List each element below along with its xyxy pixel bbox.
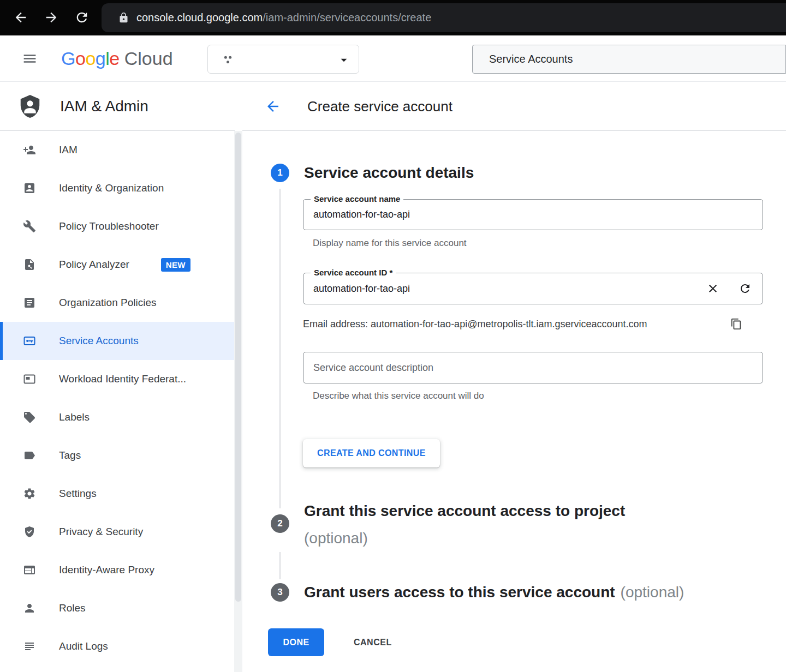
sidebar-item-label: Identity-Aware Proxy (59, 564, 154, 576)
address-bar[interactable]: console.cloud.google.com/iam-admin/servi… (102, 3, 786, 32)
browser-forward-icon[interactable] (44, 10, 59, 25)
sidebar-item-label: Identity & Organization (59, 182, 164, 194)
menu-icon[interactable] (22, 51, 38, 67)
sidebar-item-settings[interactable]: Settings (0, 475, 234, 513)
step-connector-line (279, 189, 281, 508)
step-3-heading-text: Grant users access to this service accou… (304, 584, 615, 601)
sidebar-item-policy-analyzer[interactable]: Policy Analyzer NEW (0, 245, 234, 284)
sidebar-item-service-accounts[interactable]: Service Accounts (0, 322, 234, 360)
wrench-icon (23, 220, 36, 233)
service-account-name-field: Service account name (303, 199, 763, 230)
sidebar-item-label: Policy Troubleshooter (59, 220, 159, 232)
policy-analyzer-icon (23, 258, 36, 271)
proxy-icon (23, 563, 36, 577)
workload-identity-icon (23, 373, 36, 386)
browser-toolbar: console.cloud.google.com/iam-admin/servi… (0, 0, 786, 35)
chevron-down-icon (337, 53, 351, 67)
sidebar-item-label: Roles (59, 602, 86, 614)
person-add-icon (23, 143, 36, 157)
gear-icon (23, 487, 36, 500)
search-input[interactable]: Service Accounts (472, 45, 786, 74)
person-icon (23, 602, 36, 615)
sidebar-item-labels[interactable]: Labels (0, 398, 234, 436)
sidebar-item-organization-policies[interactable]: Organization Policies (0, 284, 234, 322)
done-button[interactable]: DONE (268, 628, 324, 656)
sidebar-item-workload-identity-federation[interactable]: Workload Identity Federat... (0, 360, 234, 398)
list-lines-icon (23, 640, 36, 653)
page-title: Create service account (307, 82, 452, 131)
step-3-indicator: 3 (271, 583, 289, 602)
lock-icon (118, 12, 129, 23)
sidebar-item-label: Service Accounts (59, 335, 139, 347)
document-list-icon (23, 296, 36, 309)
service-account-id-field: Service account ID * (303, 273, 763, 304)
project-selector[interactable] (207, 45, 359, 74)
field-label: Service account ID * (311, 267, 396, 278)
regenerate-icon[interactable] (739, 282, 752, 295)
screen: console.cloud.google.com/iam-admin/servi… (0, 0, 786, 672)
name-helper-text: Display name for this service account (313, 238, 467, 249)
sidebar-item-iam[interactable]: IAM (0, 131, 234, 169)
create-and-continue-button[interactable]: CREATE AND CONTINUE (303, 439, 440, 467)
sidebar-item-label: Privacy & Security (59, 526, 143, 538)
form-actions: DONE CANCEL (268, 628, 397, 656)
step-2-optional-text: (optional) (304, 525, 625, 552)
step-1-indicator: 1 (271, 164, 289, 182)
logo-letter: l (105, 48, 109, 69)
sidebar-title: IAM & Admin (60, 98, 148, 115)
url-text: console.cloud.google.com/iam-admin/servi… (136, 3, 431, 32)
sidebar-item-identity-aware-proxy[interactable]: Identity-Aware Proxy (0, 551, 234, 589)
shield-check-icon (23, 525, 36, 538)
step-connector-line (279, 552, 281, 579)
google-cloud-logo[interactable]: Google Cloud (61, 35, 173, 82)
step-2-heading-text: Grant this service account access to pro… (304, 497, 625, 525)
sidebar-header: IAM & Admin (0, 82, 235, 131)
label-icon (23, 411, 36, 424)
sidebar-item-privacy-security[interactable]: Privacy & Security (0, 513, 234, 551)
back-arrow-icon[interactable] (265, 98, 281, 115)
logo-letter: g (96, 48, 105, 69)
sidebar-item-tags[interactable]: Tags (0, 436, 234, 475)
service-account-description-input[interactable] (303, 352, 763, 383)
logo-letter: o (75, 48, 85, 69)
search-value: Service Accounts (473, 45, 785, 73)
sidebar-item-label: IAM (59, 144, 78, 156)
sidebar-scrollbar (234, 131, 242, 672)
sidebar-item-identity-organization[interactable]: Identity & Organization (0, 169, 234, 207)
email-address-text: Email address: automation-for-tao-api@me… (303, 319, 647, 330)
service-account-icon (23, 334, 36, 347)
email-address-row: Email address: automation-for-tao-api@me… (303, 318, 764, 330)
logo-letter: G (61, 48, 75, 69)
page-header: Create service account (242, 82, 786, 131)
sidebar-item-audit-logs[interactable]: Audit Logs (0, 627, 234, 665)
step-2-indicator: 2 (271, 514, 289, 533)
step-2-heading: Grant this service account access to pro… (304, 497, 625, 552)
copy-icon[interactable] (730, 318, 742, 330)
browser-back-icon[interactable] (13, 10, 28, 25)
sidebar-item-label: Tags (59, 449, 81, 461)
sidebar-item-roles[interactable]: Roles (0, 589, 234, 627)
logo-letter: e (109, 48, 119, 69)
sidebar-item-label: Organization Policies (59, 297, 156, 309)
main-content: Create service account 1 Service account… (242, 82, 786, 672)
sidebar-item-label: Settings (59, 488, 97, 500)
logo-letter: o (85, 48, 95, 69)
sidebar-item-label: Labels (59, 411, 90, 423)
url-path: /iam-admin/serviceaccounts/create (263, 11, 431, 23)
step-1-heading: Service account details (304, 164, 474, 182)
identity-icon (23, 182, 36, 195)
sidebar-item-policy-troubleshooter[interactable]: Policy Troubleshooter (0, 207, 234, 245)
cancel-button[interactable]: CANCEL (348, 630, 397, 655)
sidebar-item-label: Audit Logs (59, 640, 108, 652)
scrollbar-thumb[interactable] (235, 133, 241, 602)
step-3-optional-text: (optional) (621, 584, 684, 601)
url-domain: console.cloud.google.com (136, 11, 263, 23)
logo-cloud-text: Cloud (124, 48, 173, 69)
clear-icon[interactable] (706, 282, 719, 295)
project-icon (221, 53, 235, 67)
description-helper-text: Describe what this service account will … (313, 391, 484, 401)
browser-reload-icon[interactable] (74, 10, 90, 25)
iam-admin-icon (17, 94, 43, 119)
field-label: Service account name (311, 194, 403, 205)
step-3-heading: Grant users access to this service accou… (304, 583, 684, 602)
